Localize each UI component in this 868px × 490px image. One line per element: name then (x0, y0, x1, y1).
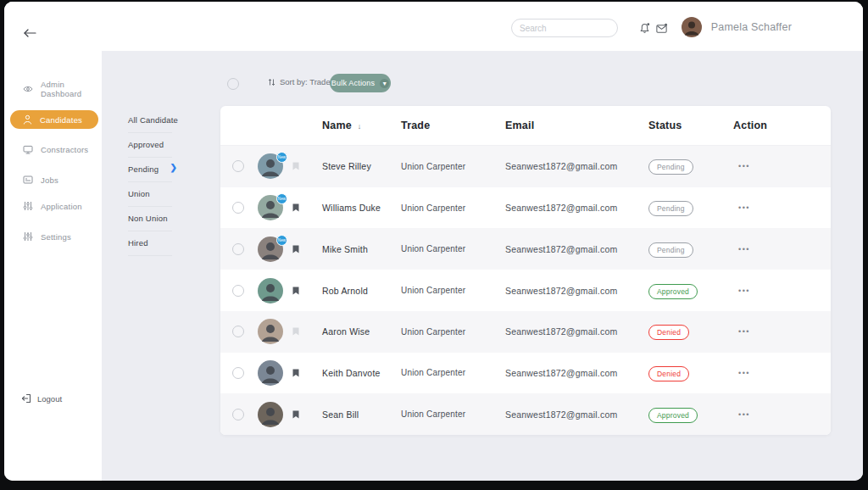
back-arrow-icon[interactable] (23, 27, 36, 39)
select-all-checkbox[interactable] (227, 78, 239, 90)
user-avatar (682, 17, 702, 37)
sidebar-item-label: Admin Dashboard (41, 80, 102, 98)
sort-arrows-icon (268, 78, 275, 86)
row-actions-button[interactable]: ••• (733, 203, 831, 212)
sidebar-item-label: Candidates (40, 115, 82, 125)
filter-label: Approved (128, 140, 164, 149)
column-header-action: Action (733, 120, 831, 131)
sliders-icon (23, 231, 33, 242)
sidebar-item-label: Jobs (41, 175, 58, 185)
notification-bell-icon[interactable] (638, 22, 651, 35)
candidate-email: Seanwest1872@gmail.com (505, 244, 648, 254)
bookmark-icon[interactable] (292, 410, 299, 419)
logout-icon (21, 393, 31, 404)
filter-union[interactable]: Union (128, 189, 172, 207)
bookmark-icon[interactable] (292, 327, 299, 336)
bookmark-icon[interactable] (292, 245, 299, 253)
row-checkbox[interactable] (232, 160, 244, 172)
row-checkbox[interactable] (232, 367, 244, 379)
avatar-cell: New (258, 278, 322, 303)
table-row: New Mike Smith Union Carpenter Seanwest1… (220, 228, 831, 270)
candidate-name: Keith Danvote (322, 368, 401, 378)
row-checkbox[interactable] (232, 243, 244, 255)
column-header-trade: Trade (401, 120, 505, 131)
bookmark-icon[interactable] (292, 203, 299, 212)
bookmark-icon[interactable] (292, 369, 299, 377)
candidate-name: Aaron Wise (322, 326, 401, 337)
candidate-filter-list: All Candidate Approved Pending❯ Union No… (128, 115, 172, 263)
candidate-name: Mike Smith (322, 244, 401, 254)
candidate-name: Rob Arnold (322, 286, 401, 296)
sidebar-item-label: Constractors (41, 145, 88, 154)
row-checkbox[interactable] (232, 202, 244, 214)
search-input[interactable] (520, 24, 632, 33)
table-row: New Steve Rilley Union Carpenter Seanwes… (220, 146, 831, 187)
row-actions-button[interactable]: ••• (733, 369, 831, 377)
user-chip[interactable]: Pamela Schaffer (682, 17, 792, 37)
candidate-trade: Union Carpenter (401, 203, 505, 213)
sidebar: Admin Dashboard Candidates Constractors (4, 2, 102, 481)
row-actions-button[interactable]: ••• (733, 327, 831, 336)
logout-button[interactable]: Logout (21, 393, 62, 404)
app-window: Pamela Schaffer Admin Dashboard Candidat… (4, 2, 863, 481)
row-actions-button[interactable]: ••• (733, 162, 831, 170)
sort-down-icon: ↓ (358, 122, 362, 131)
status-badge: Pending (648, 242, 693, 258)
candidate-email: Seanwest1872@gmail.com (505, 326, 648, 337)
avatar-cell: New (258, 153, 322, 179)
filter-all-candidate[interactable]: All Candidate (128, 115, 172, 133)
row-actions-button[interactable]: ••• (733, 245, 831, 253)
sort-by-label: Sort by: Trade (280, 77, 331, 86)
mail-icon[interactable] (655, 22, 668, 35)
status-badge: Pending (648, 159, 693, 175)
avatar-photo (258, 319, 283, 344)
sidebar-item-admin-dashboard[interactable]: Admin Dashboard (4, 80, 102, 98)
table-body: New Steve Rilley Union Carpenter Seanwes… (220, 146, 831, 435)
user-name: Pamela Schaffer (711, 21, 792, 33)
sidebar-item-jobs[interactable]: Jobs (4, 170, 102, 189)
filter-hired[interactable]: Hired (128, 238, 172, 256)
candidate-name: Sean Bill (322, 409, 401, 420)
candidate-email: Seanwest1872@gmail.com (505, 409, 648, 420)
row-actions-button[interactable]: ••• (733, 410, 831, 419)
filter-approved[interactable]: Approved (128, 140, 172, 158)
sidebar-item-constractors[interactable]: Constractors (4, 140, 102, 159)
row-checkbox[interactable] (232, 285, 244, 297)
avatar: New (258, 195, 283, 220)
status-badge: Approved (648, 284, 698, 299)
candidate-email: Seanwest1872@gmail.com (505, 161, 648, 171)
candidate-name: Steve Rilley (322, 161, 401, 171)
avatar: New (258, 153, 283, 179)
filter-non-union[interactable]: Non Union (128, 214, 172, 231)
table-row: New Williams Duke Union Carpenter Seanwe… (220, 187, 831, 229)
main-content: All Candidate Approved Pending❯ Union No… (102, 51, 863, 481)
avatar: New (258, 237, 283, 262)
sidebar-item-label: Settings (41, 232, 71, 242)
avatar: New (258, 278, 283, 303)
status-badge: Approved (648, 408, 698, 423)
sidebar-item-candidates[interactable]: Candidates (10, 110, 98, 129)
avatar-cell: New (258, 319, 322, 344)
status-badge: Denied (648, 325, 689, 340)
filter-label: Pending (128, 164, 159, 174)
filter-pending[interactable]: Pending❯ (128, 164, 172, 182)
bookmark-icon[interactable] (292, 287, 299, 295)
bulk-actions-button[interactable]: Bulk Actions ▼ (330, 74, 391, 92)
candidate-trade: Union Carpenter (401, 327, 505, 337)
row-checkbox[interactable] (232, 326, 244, 337)
topbar: Pamela Schaffer (4, 2, 863, 51)
avatar-photo (258, 402, 283, 427)
sidebar-item-application[interactable]: Application (4, 197, 102, 215)
candidate-email: Seanwest1872@gmail.com (505, 286, 648, 296)
column-header-status: Status (648, 120, 733, 131)
table-header-row: Name↓ Trade Email Status Action (220, 106, 831, 146)
new-badge: New (276, 193, 287, 204)
row-actions-button[interactable]: ••• (733, 287, 831, 295)
filter-label: All Candidate (128, 115, 178, 125)
search-input-wrap (511, 19, 618, 37)
bookmark-icon[interactable] (292, 162, 299, 170)
sidebar-item-settings[interactable]: Settings (4, 227, 102, 246)
column-header-name[interactable]: Name↓ (322, 120, 401, 131)
row-checkbox[interactable] (232, 409, 244, 420)
avatar: New (258, 360, 283, 386)
